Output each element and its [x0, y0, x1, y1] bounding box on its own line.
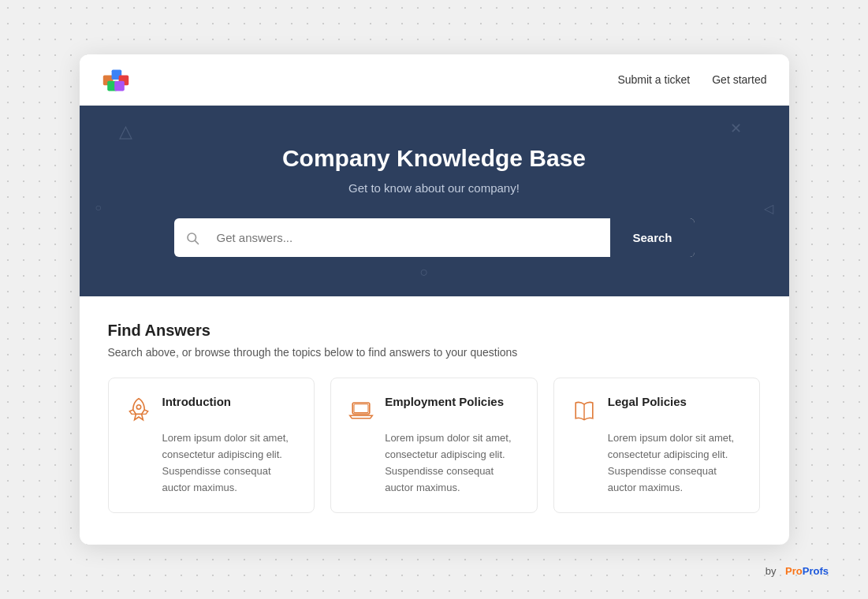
hero-section: △ ✕ ○ ◁ ○ Company Knowledge Base Get to … — [80, 106, 789, 296]
hero-title: Company Knowledge Base — [111, 145, 758, 172]
rocket-icon — [125, 396, 153, 424]
deco-triangle-1: △ — [119, 121, 132, 142]
laptop-icon — [347, 396, 375, 424]
card-legal-title: Legal Policies — [608, 394, 687, 410]
card-employment-body: Lorem ipsum dolor sit amet, consectetur … — [347, 430, 521, 496]
footer-by: by — [766, 565, 777, 577]
card-legal-header: Legal Policies — [570, 394, 744, 424]
proprofs-profs: Profs — [803, 565, 829, 577]
proprofs-label: ProProfs — [785, 565, 829, 577]
card-legal-body: Lorem ipsum dolor sit amet, consectetur … — [570, 430, 744, 496]
footer-brand: by ProProfs — [766, 565, 829, 577]
card-introduction-header: Introduction — [125, 394, 299, 424]
search-input[interactable] — [210, 218, 611, 257]
find-answers-subtitle: Search above, or browse through the topi… — [108, 346, 761, 359]
search-bar: Search — [174, 218, 695, 257]
book-icon — [570, 396, 598, 424]
page-footer: by ProProfs — [750, 557, 844, 585]
card-employment-header: Employment Policies — [347, 394, 521, 424]
card-introduction[interactable]: Introduction Lorem ipsum dolor sit amet,… — [108, 378, 315, 512]
card-employment[interactable]: Employment Policies Lorem ipsum dolor si… — [330, 378, 538, 512]
main-container: Submit a ticket Get started △ ✕ ○ ◁ ○ Co… — [80, 54, 789, 544]
deco-cross-1: ✕ — [730, 120, 742, 137]
submit-ticket-link[interactable]: Submit a ticket — [617, 73, 690, 86]
deco-circle-2: ○ — [420, 264, 429, 281]
search-button[interactable]: Search — [610, 218, 694, 257]
search-icon-wrap — [174, 231, 210, 245]
svg-line-6 — [195, 240, 198, 244]
hero-subtitle: Get to know about our company! — [111, 181, 758, 195]
card-introduction-title: Introduction — [162, 394, 231, 410]
svg-rect-9 — [354, 404, 368, 413]
logo-icon — [102, 65, 130, 94]
svg-point-7 — [136, 405, 140, 409]
svg-rect-4 — [114, 81, 125, 91]
search-icon — [185, 231, 199, 245]
get-started-link[interactable]: Get started — [712, 73, 766, 86]
hero-decorations: △ ✕ ○ ◁ ○ — [80, 106, 789, 296]
deco-circle-1: ○ — [95, 201, 102, 214]
card-employment-title: Employment Policies — [385, 394, 504, 410]
deco-arrow-1: ◁ — [764, 201, 773, 216]
card-introduction-body: Lorem ipsum dolor sit amet, consectetur … — [125, 430, 299, 496]
topic-cards-grid: Introduction Lorem ipsum dolor sit amet,… — [108, 378, 761, 512]
logo — [102, 65, 130, 94]
navbar-links: Submit a ticket Get started — [617, 73, 766, 86]
proprofs-pro: Pro — [785, 565, 803, 577]
find-answers-section: Find Answers Search above, or browse thr… — [80, 296, 789, 544]
card-legal[interactable]: Legal Policies Lorem ipsum dolor sit ame… — [553, 378, 761, 512]
find-answers-title: Find Answers — [108, 322, 761, 340]
navbar: Submit a ticket Get started — [80, 54, 789, 106]
